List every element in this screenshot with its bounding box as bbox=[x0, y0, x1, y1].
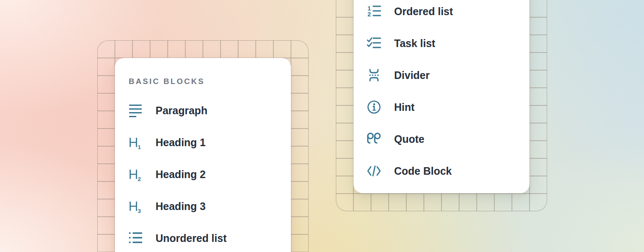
menu-item-label: Heading 3 bbox=[156, 200, 205, 213]
menu-item-label: Code Block bbox=[394, 165, 452, 177]
menu-item-label: Unordered list bbox=[156, 232, 226, 244]
menu-item-heading-3[interactable]: 3 Heading 3 bbox=[115, 190, 291, 222]
block-menu-illustration: { "left_menu": { "section_header": "BASI… bbox=[0, 0, 644, 252]
blocks-menu-card: 1 2 Ordered list Task list bbox=[353, 0, 530, 193]
heading-3-icon: 3 bbox=[128, 199, 143, 214]
menu-item-label: Task list bbox=[394, 37, 435, 50]
svg-text:1: 1 bbox=[138, 144, 141, 150]
menu-item-label: Divider bbox=[394, 69, 430, 81]
menu-item-heading-1[interactable]: 1 Heading 1 bbox=[115, 126, 291, 158]
menu-item-label: Hint bbox=[394, 101, 415, 113]
unordered-list-icon bbox=[128, 231, 143, 246]
task-list-icon bbox=[366, 36, 382, 51]
menu-rows: 1 2 Ordered list Task list bbox=[353, 0, 530, 187]
menu-item-label: Heading 1 bbox=[156, 136, 205, 149]
menu-item-quote[interactable]: Quote bbox=[353, 123, 530, 155]
heading-2-icon: 2 bbox=[128, 167, 143, 182]
code-block-icon bbox=[366, 163, 382, 178]
svg-text:2: 2 bbox=[368, 11, 371, 18]
menu-item-unordered-list[interactable]: Unordered list bbox=[115, 222, 291, 252]
menu-item-label: Quote bbox=[394, 133, 424, 145]
hint-icon bbox=[366, 100, 382, 115]
menu-item-label: Paragraph bbox=[156, 105, 208, 117]
menu-item-ordered-list[interactable]: 1 2 Ordered list bbox=[353, 0, 530, 27]
menu-rows: Paragraph 1 Heading 1 2 Heading 2 bbox=[115, 94, 291, 252]
ordered-list-icon: 1 2 bbox=[366, 4, 382, 19]
menu-item-paragraph[interactable]: Paragraph bbox=[115, 94, 291, 126]
menu-item-hint[interactable]: Hint bbox=[353, 91, 530, 123]
menu-item-divider[interactable]: Divider bbox=[353, 59, 530, 91]
menu-item-label: Ordered list bbox=[394, 5, 453, 18]
quote-icon bbox=[366, 131, 382, 147]
paragraph-icon bbox=[128, 103, 143, 118]
divider-icon bbox=[366, 68, 382, 83]
menu-item-label: Heading 2 bbox=[156, 168, 205, 181]
section-header-basic-blocks: BASIC BLOCKS bbox=[129, 77, 205, 86]
menu-item-heading-2[interactable]: 2 Heading 2 bbox=[115, 158, 291, 190]
svg-text:2: 2 bbox=[138, 176, 141, 182]
basic-blocks-menu-card: BASIC BLOCKS Paragraph 1 Heading 1 2 bbox=[115, 58, 291, 252]
menu-item-task-list[interactable]: Task list bbox=[353, 27, 530, 59]
menu-item-code-block[interactable]: Code Block bbox=[353, 155, 530, 187]
heading-1-icon: 1 bbox=[128, 135, 143, 150]
svg-text:3: 3 bbox=[138, 208, 141, 214]
